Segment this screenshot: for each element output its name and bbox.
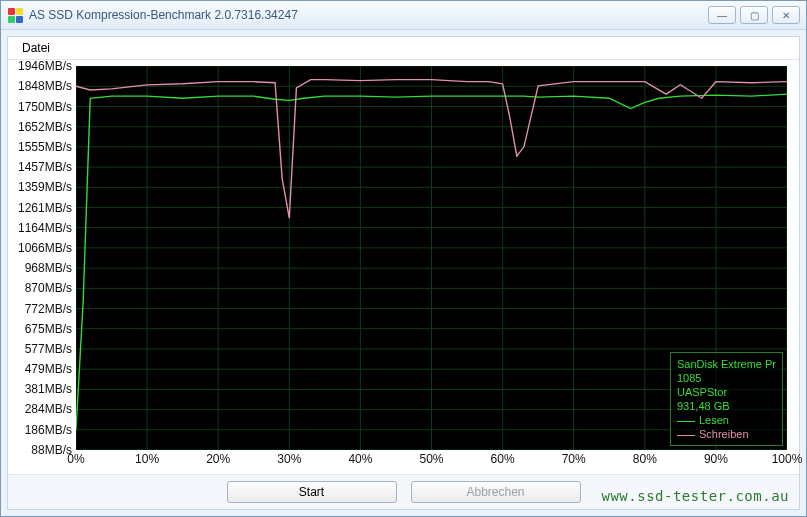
minimize-button[interactable]: — bbox=[708, 6, 736, 24]
legend-device: SanDisk Extreme Pr bbox=[677, 357, 776, 371]
menu-file[interactable]: Datei bbox=[16, 39, 56, 57]
y-tick-label: 1359MB/s bbox=[18, 180, 72, 194]
y-tick-label: 381MB/s bbox=[25, 382, 72, 396]
app-window: AS SSD Kompression-Benchmark 2.0.7316.34… bbox=[0, 0, 807, 517]
legend-read: Lesen bbox=[677, 413, 776, 427]
close-button[interactable]: ✕ bbox=[772, 6, 800, 24]
y-tick-label: 675MB/s bbox=[25, 322, 72, 336]
x-tick-label: 30% bbox=[277, 452, 301, 466]
start-button[interactable]: Start bbox=[227, 481, 397, 503]
y-tick-label: 1848MB/s bbox=[18, 79, 72, 93]
legend-capacity: 931,48 GB bbox=[677, 399, 776, 413]
titlebar[interactable]: AS SSD Kompression-Benchmark 2.0.7316.34… bbox=[1, 1, 806, 30]
x-axis-labels: 0%10%20%30%40%50%60%70%80%90%100% bbox=[76, 452, 787, 470]
watermark: www.ssd-tester.com.au bbox=[601, 488, 789, 504]
x-tick-label: 20% bbox=[206, 452, 230, 466]
y-tick-label: 1652MB/s bbox=[18, 120, 72, 134]
x-tick-label: 40% bbox=[348, 452, 372, 466]
y-tick-label: 1946MB/s bbox=[18, 59, 72, 73]
y-tick-label: 1457MB/s bbox=[18, 160, 72, 174]
y-tick-label: 870MB/s bbox=[25, 281, 72, 295]
maximize-button[interactable]: ▢ bbox=[740, 6, 768, 24]
y-tick-label: 88MB/s bbox=[31, 443, 72, 457]
x-tick-label: 80% bbox=[633, 452, 657, 466]
y-axis-labels: 1946MB/s1848MB/s1750MB/s1652MB/s1555MB/s… bbox=[14, 66, 76, 450]
legend-write: Schreiben bbox=[677, 427, 776, 441]
menubar: Datei bbox=[8, 37, 799, 60]
legend-driver: UASPStor bbox=[677, 385, 776, 399]
x-tick-label: 60% bbox=[491, 452, 515, 466]
legend-model: 1085 bbox=[677, 371, 776, 385]
client-area: Datei 1946MB/s1848MB/s1750MB/s1652MB/s15… bbox=[7, 36, 800, 510]
y-tick-label: 968MB/s bbox=[25, 261, 72, 275]
y-tick-label: 1750MB/s bbox=[18, 100, 72, 114]
y-tick-label: 1555MB/s bbox=[18, 140, 72, 154]
y-tick-label: 1261MB/s bbox=[18, 201, 72, 215]
x-tick-label: 0% bbox=[67, 452, 84, 466]
y-tick-label: 479MB/s bbox=[25, 362, 72, 376]
cancel-button[interactable]: Abbrechen bbox=[411, 481, 581, 503]
app-icon bbox=[7, 7, 23, 23]
y-tick-label: 1066MB/s bbox=[18, 241, 72, 255]
x-tick-label: 100% bbox=[772, 452, 803, 466]
y-tick-label: 284MB/s bbox=[25, 402, 72, 416]
chart-container: 1946MB/s1848MB/s1750MB/s1652MB/s1555MB/s… bbox=[14, 64, 793, 472]
y-tick-label: 186MB/s bbox=[25, 423, 72, 437]
x-tick-label: 90% bbox=[704, 452, 728, 466]
x-tick-label: 50% bbox=[419, 452, 443, 466]
y-tick-label: 772MB/s bbox=[25, 302, 72, 316]
legend-box: SanDisk Extreme Pr 1085 UASPStor 931,48 … bbox=[670, 352, 783, 446]
x-tick-label: 10% bbox=[135, 452, 159, 466]
x-tick-label: 70% bbox=[562, 452, 586, 466]
y-tick-label: 577MB/s bbox=[25, 342, 72, 356]
y-tick-label: 1164MB/s bbox=[18, 221, 72, 235]
chart-plot: SanDisk Extreme Pr 1085 UASPStor 931,48 … bbox=[76, 66, 787, 450]
window-title: AS SSD Kompression-Benchmark 2.0.7316.34… bbox=[29, 8, 708, 22]
